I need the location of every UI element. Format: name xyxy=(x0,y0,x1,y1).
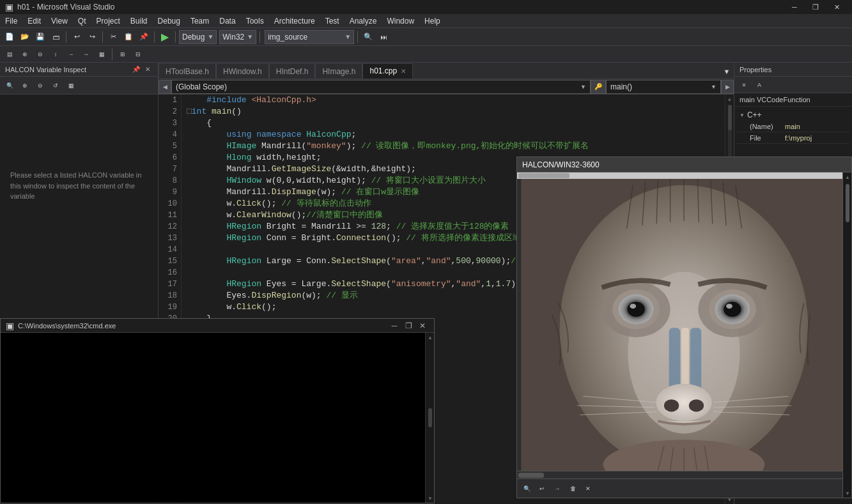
open-btn[interactable]: 📂 xyxy=(18,30,32,44)
scroll-thumb[interactable] xyxy=(728,105,732,130)
paste-btn[interactable]: 📌 xyxy=(137,30,151,44)
menu-window[interactable]: Window xyxy=(382,14,419,28)
editor-tabs: HToolBase.h HWindow.h HIntDef.h HImage.h… xyxy=(159,63,734,79)
halcon-v-track[interactable] xyxy=(843,181,851,489)
cmd-scroll-thumb[interactable] xyxy=(428,408,432,427)
svg-point-16 xyxy=(628,302,645,317)
tb2-btn8[interactable]: ⊞ xyxy=(116,47,130,61)
start-btn[interactable]: ▶ xyxy=(158,30,172,44)
halcon-btn1[interactable]: 🔍 xyxy=(520,482,534,496)
cmd-scroll-track[interactable] xyxy=(426,342,434,494)
halcon-window: HALCON/WIN32-3600 xyxy=(516,157,852,498)
tb2-btn6[interactable]: ↔ xyxy=(79,47,93,61)
new-project-btn[interactable]: 📄 xyxy=(3,30,17,44)
inspect-btn3[interactable]: ⊖ xyxy=(33,79,47,93)
menu-edit[interactable]: Edit xyxy=(22,14,46,28)
tb2-btn4[interactable]: ↕ xyxy=(49,47,63,61)
halcon-scroll-down[interactable]: ▼ xyxy=(843,489,852,498)
menu-tools[interactable]: Tools xyxy=(241,14,269,28)
panel-pin-btn[interactable]: 📌 xyxy=(131,65,141,75)
save-all-btn[interactable]: 🗃 xyxy=(49,30,63,44)
menu-file[interactable]: File xyxy=(0,14,22,28)
halcon-btn5[interactable]: ✕ xyxy=(581,482,595,496)
debug-mode-dropdown[interactable]: Debug ▼ xyxy=(179,30,217,44)
props-row-file: File f:\myproj xyxy=(737,132,849,144)
menu-qt[interactable]: Qt xyxy=(73,14,91,28)
tab-hintdef[interactable]: HIntDef.h xyxy=(269,63,316,79)
tb2-btn1[interactable]: ▤ xyxy=(3,47,17,61)
halcon-btn3[interactable]: → xyxy=(550,482,564,496)
tab-hwindow[interactable]: HWindow.h xyxy=(216,63,269,79)
cmd-close-btn[interactable]: ✕ xyxy=(416,319,429,332)
svg-point-21 xyxy=(726,303,732,309)
cmd-scroll-down[interactable]: ▼ xyxy=(426,494,434,503)
menu-view[interactable]: View xyxy=(46,14,73,28)
tab-himage-label: HImage.h xyxy=(322,67,355,76)
scope-dropdown-right[interactable]: main() ▼ xyxy=(606,80,721,94)
menu-analyze[interactable]: Analyze xyxy=(345,14,382,28)
menu-help[interactable]: Help xyxy=(419,14,445,28)
undo-btn[interactable]: ↩ xyxy=(70,30,84,44)
menu-project[interactable]: Project xyxy=(91,14,125,28)
tab-htoolbase[interactable]: HToolBase.h xyxy=(159,63,216,79)
halcon-h-scroll-thumb[interactable] xyxy=(518,473,544,478)
inspect-btn4[interactable]: ↺ xyxy=(49,79,63,93)
panel-close-btn[interactable]: ✕ xyxy=(143,65,153,75)
panel-header: HALCON Variable Inspect 📌 ✕ xyxy=(0,63,158,77)
scope-nav-right[interactable]: ▶ xyxy=(721,80,734,94)
tab-himage[interactable]: HImage.h xyxy=(315,63,362,79)
cmd-window-controls: ─ ❐ ✕ xyxy=(388,319,429,332)
halcon-window-title: HALCON/WIN32-3600 xyxy=(522,160,600,169)
scope-nav-icon[interactable]: 🔑 xyxy=(591,80,606,94)
scope-nav-left[interactable]: ◀ xyxy=(159,80,171,94)
search-btn[interactable]: 🔍 xyxy=(361,30,375,44)
close-button[interactable]: ✕ xyxy=(826,0,847,14)
menu-test[interactable]: Test xyxy=(320,14,345,28)
halcon-scroll-up[interactable]: ▲ xyxy=(843,172,852,181)
inspect-btn5[interactable]: ▦ xyxy=(64,79,78,93)
props-sort-alpha[interactable]: A xyxy=(752,78,766,92)
scroll-up-btn[interactable]: ▲ xyxy=(725,95,734,103)
copy-btn[interactable]: 📋 xyxy=(121,30,136,44)
tb2-btn7[interactable]: ▦ xyxy=(95,47,109,61)
debug-step-btn[interactable]: ⏭ xyxy=(376,30,391,44)
menu-team[interactable]: Team xyxy=(185,14,214,28)
halcon-scrollbar-v[interactable]: ▲ ▼ xyxy=(842,172,851,498)
scope-dropdown-left[interactable]: (Global Scope) ▼ xyxy=(171,80,591,94)
halcon-btn4[interactable]: 🗑 xyxy=(566,482,580,496)
menu-build[interactable]: Build xyxy=(125,14,153,28)
halcon-h-thumb[interactable] xyxy=(518,173,569,178)
separator5 xyxy=(259,31,260,43)
props-tree-cpp[interactable]: ▼ C++ xyxy=(737,109,849,121)
tb2-btn5[interactable]: → xyxy=(64,47,78,61)
tab-h01cpp[interactable]: h01.cpp ✕ xyxy=(362,63,413,79)
tb2-btn3[interactable]: ⊖ xyxy=(33,47,47,61)
tb2-btn9[interactable]: ⊟ xyxy=(131,47,145,61)
redo-btn[interactable]: ↪ xyxy=(85,30,99,44)
target-dropdown[interactable]: img_source ▼ xyxy=(265,30,354,44)
tb2-btn2[interactable]: ⊕ xyxy=(18,47,32,61)
cmd-content[interactable] xyxy=(1,333,425,503)
tab-h01cpp-close[interactable]: ✕ xyxy=(401,68,406,75)
restore-button[interactable]: ❐ xyxy=(805,0,826,14)
cut-btn[interactable]: ✂ xyxy=(106,30,120,44)
halcon-toolbar: 🔍 ↩ → 🗑 ✕ xyxy=(517,478,851,498)
cmd-minimize-btn[interactable]: ─ xyxy=(388,319,401,332)
props-sort-cat[interactable]: ≡ xyxy=(737,78,751,92)
save-btn[interactable]: 💾 xyxy=(33,30,47,44)
halcon-btn2[interactable]: ↩ xyxy=(535,482,549,496)
halcon-v-thumb[interactable] xyxy=(846,184,849,222)
tabs-dropdown-btn[interactable]: ▼ xyxy=(720,65,734,79)
cmd-restore-btn[interactable]: ❐ xyxy=(402,319,415,332)
halcon-scrollbar-h-top[interactable] xyxy=(517,172,851,179)
menu-architecture[interactable]: Architecture xyxy=(269,14,320,28)
platform-dropdown[interactable]: Win32 ▼ xyxy=(219,30,256,44)
cmd-scrollbar[interactable]: ▲ ▼ xyxy=(425,333,434,503)
menu-data[interactable]: Data xyxy=(214,14,240,28)
menu-debug[interactable]: Debug xyxy=(153,14,185,28)
halcon-scrollbar-h[interactable] xyxy=(517,471,851,478)
minimize-button[interactable]: ─ xyxy=(784,0,805,14)
inspect-btn2[interactable]: ⊕ xyxy=(18,79,32,93)
cmd-scroll-up[interactable]: ▲ xyxy=(426,333,434,342)
inspect-btn1[interactable]: 🔍 xyxy=(3,79,17,93)
